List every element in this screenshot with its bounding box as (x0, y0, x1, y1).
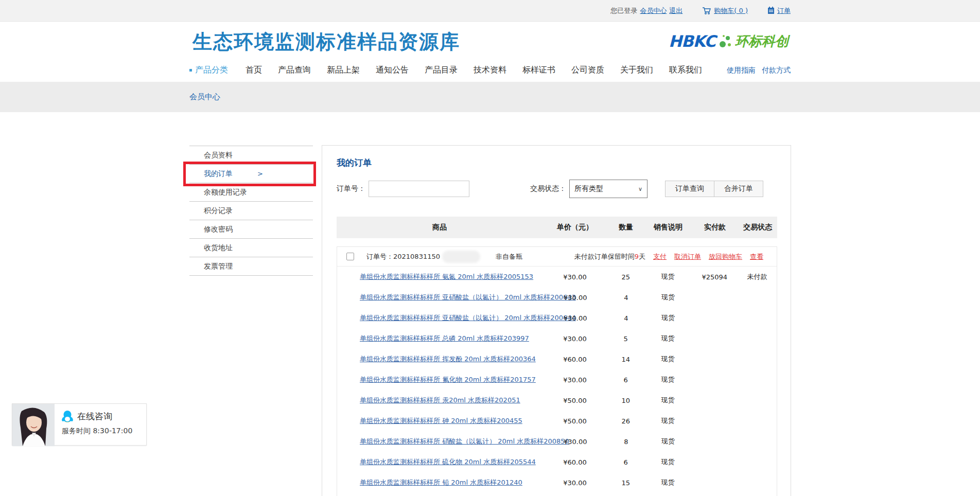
order-group: 订单号：20210831150 非自备瓶 未付款订单保留时间9天 支付取消订单放… (337, 246, 777, 496)
sidebar-item-6[interactable]: 发票管理 (189, 257, 313, 276)
main-nav: 产品分类 首页产品查询新品上架通知公告产品目录技术资料标样证书公司资质关于我们联… (189, 65, 791, 76)
orders-link[interactable]: 订单 (777, 6, 791, 15)
order-action-3[interactable]: 查看 (750, 252, 763, 261)
cell-price: ¥30.00 (543, 294, 607, 302)
order-action-1[interactable]: 取消订单 (674, 252, 701, 261)
nav-item-8[interactable]: 关于我们 (620, 65, 653, 76)
order-no-value: 20210831150 (393, 253, 440, 260)
nav-item-4[interactable]: 产品目录 (425, 65, 458, 76)
cell-price: ¥50.00 (542, 417, 607, 425)
active-arrow-icon: > (257, 170, 263, 178)
order-no-label: 订单号： (366, 252, 393, 261)
qq-penguin-icon (62, 410, 73, 422)
cell-name: 单组份水质监测标样标样所 氟化物 20ml 水质标样201757 (337, 375, 542, 384)
product-link[interactable]: 单组份水质监测标样标样所 硫化物 20ml 水质标样205544 (360, 458, 536, 466)
merge-orders-button[interactable]: 合并订单 (714, 181, 763, 197)
cell-name: 单组份水质监测标样标样所 亚硝酸盐（以氮计） 20ml 水质标样200644 (337, 313, 543, 323)
order-summary-row: 订单号：20210831150 非自备瓶 未付款订单保留时间9天 支付取消订单放… (337, 247, 777, 267)
member-sidebar: 会员资料我的订单>余额使用记录积分记录修改密码收货地址发票管理 (189, 146, 313, 276)
nav-item-6[interactable]: 标样证书 (522, 65, 555, 76)
nav-item-0[interactable]: 首页 (246, 65, 262, 76)
header-trade-status: 交易状态 (738, 223, 777, 232)
product-link[interactable]: 单组份水质监测标样标样所 铅 20ml 水质标样201240 (360, 479, 522, 486)
cell-qty: 6 (607, 458, 644, 466)
cell-sale: 现货 (644, 478, 692, 487)
cell-name: 单组份水质监测标样标样所 氨氮 20ml 水质标样2005153 (337, 272, 542, 281)
cell-name: 单组份水质监测标样标样所 亚硝酸盐（以氮计） 20ml 水质标样200643 (337, 293, 543, 302)
order-item-row: 单组份水质监测标样标样所 亚硝酸盐（以氮计） 20ml 水质标样200644¥3… (337, 308, 777, 328)
cell-price: ¥30.00 (543, 438, 607, 446)
cell-qty: 26 (607, 417, 644, 425)
sidebar-item-0[interactable]: 会员资料 (189, 146, 313, 165)
nav-product-category[interactable]: 产品分类 (189, 65, 228, 76)
nav-menu: 首页产品查询新品上架通知公告产品目录技术资料标样证书公司资质关于我们联系我们 (246, 65, 702, 76)
sidebar-item-label: 修改密码 (204, 225, 233, 234)
order-action-0[interactable]: 支付 (653, 252, 667, 261)
bottle-note: 非自备瓶 (496, 252, 522, 261)
cell-name: 单组份水质监测标样标样所 硫化物 20ml 水质标样205544 (337, 457, 542, 467)
sidebar-item-2[interactable]: 余额使用记录 (189, 183, 313, 202)
breadcrumb[interactable]: 会员中心 (189, 92, 220, 102)
bullet-icon (189, 69, 192, 72)
nav-item-1[interactable]: 产品查询 (278, 65, 311, 76)
header-paid: 实付款 (692, 223, 738, 232)
cell-qty: 4 (607, 294, 644, 302)
nav-item-5[interactable]: 技术资料 (474, 65, 506, 76)
sidebar-item-4[interactable]: 修改密码 (189, 220, 313, 239)
product-link[interactable]: 单组份水质监测标样标样所 氨氮 20ml 水质标样2005153 (360, 273, 533, 280)
cell-sale: 现货 (644, 375, 692, 384)
nav-right-link-0[interactable]: 使用指南 (727, 66, 756, 75)
product-link[interactable]: 单组份水质监测标样标样所 氟化物 20ml 水质标样201757 (360, 376, 536, 383)
cell-name: 单组份水质监测标样标样所 硝酸盐（以氮计） 20ml 水质标样200850 (337, 437, 543, 446)
query-orders-button[interactable]: 订单查询 (665, 181, 714, 197)
online-chat-widget[interactable]: 在线咨询 服务时间 8:30-17:00 (12, 403, 147, 446)
nav-right-link-1[interactable]: 付款方式 (762, 66, 791, 75)
logout-link[interactable]: 退出 (669, 6, 682, 15)
order-no-input[interactable] (369, 181, 469, 197)
nav-item-2[interactable]: 新品上架 (327, 65, 360, 76)
product-link[interactable]: 单组份水质监测标样标样所 汞20ml 水质标样202051 (360, 396, 520, 404)
member-center-link[interactable]: 会员中心 (640, 6, 667, 15)
order-item-row: 单组份水质监测标样标样所 砷 20ml 水质标样200455¥50.0026现货 (337, 411, 777, 431)
status-select[interactable]: 所有类型 ∨ (569, 180, 647, 198)
cell-sale: 现货 (644, 355, 692, 364)
product-link[interactable]: 单组份水质监测标样标样所 砷 20ml 水质标样200455 (360, 417, 522, 424)
brand-logo: HBKC 环标科创 (669, 32, 789, 50)
chat-hours: 服务时间 8:30-17:00 (62, 427, 132, 436)
site-logo[interactable]: 生态环境监测标准样品资源库 (192, 29, 460, 55)
order-item-row: 单组份水质监测标样标样所 亚硝酸盐（以氮计） 20ml 水质标样200643¥3… (337, 287, 777, 308)
header-unit-price: 单价（元） (542, 223, 607, 232)
order-item-row: 单组份水质监测标样标样所 汞20ml 水质标样202051¥50.0010现货 (337, 390, 777, 411)
cell-name: 单组份水质监测标样标样所 总磷 20ml 水质标样203997 (337, 334, 542, 343)
cell-qty: 4 (607, 314, 644, 322)
sidebar-item-label: 收货地址 (204, 243, 233, 253)
product-link[interactable]: 单组份水质监测标样标样所 硝酸盐（以氮计） 20ml 水质标样200850 (360, 437, 569, 445)
cell-sale: 现货 (644, 313, 692, 323)
chat-title: 在线咨询 (77, 411, 112, 422)
cell-qty: 14 (607, 356, 644, 363)
product-link[interactable]: 单组份水质监测标样标样所 总磷 20ml 水质标样203997 (360, 334, 529, 342)
product-link[interactable]: 单组份水质监测标样标样所 挥发酚 20ml 水质标样200364 (360, 355, 536, 363)
nav-right-links: 使用指南付款方式 (727, 66, 791, 75)
redacted-order-no (442, 251, 480, 263)
order-item-row: 单组份水质监测标样标样所 氟化物 20ml 水质标样201757¥30.006现… (337, 369, 777, 390)
sidebar-item-1[interactable]: 我的订单> (189, 165, 313, 183)
order-action-2[interactable]: 放回购物车 (709, 252, 742, 261)
sidebar-item-5[interactable]: 收货地址 (189, 239, 313, 257)
cart-link[interactable]: 购物车( 0 ) (714, 6, 748, 15)
order-checkbox[interactable] (346, 253, 354, 260)
cell-qty: 10 (607, 397, 644, 404)
sidebar-item-label: 余额使用记录 (204, 188, 247, 197)
sidebar-item-label: 积分记录 (204, 206, 233, 216)
sidebar-item-3[interactable]: 积分记录 (189, 202, 313, 220)
order-no-label: 订单号： (337, 184, 365, 193)
orders-table-header: 商品 单价（元） 数量 销售说明 实付款 交易状态 (337, 217, 777, 238)
nav-item-7[interactable]: 公司资质 (571, 65, 604, 76)
cell-price: ¥30.00 (542, 335, 607, 343)
orders-icon (767, 7, 775, 14)
order-item-row: 单组份水质监测标样标样所 铅 20ml 水质标样201240¥30.0015现货 (337, 472, 777, 493)
nav-item-9[interactable]: 联系我们 (669, 65, 702, 76)
header-quantity: 数量 (607, 223, 644, 232)
nav-item-3[interactable]: 通知公告 (376, 65, 409, 76)
order-actions: 未付款订单保留时间9天 支付取消订单放回购物车查看 (574, 252, 763, 261)
